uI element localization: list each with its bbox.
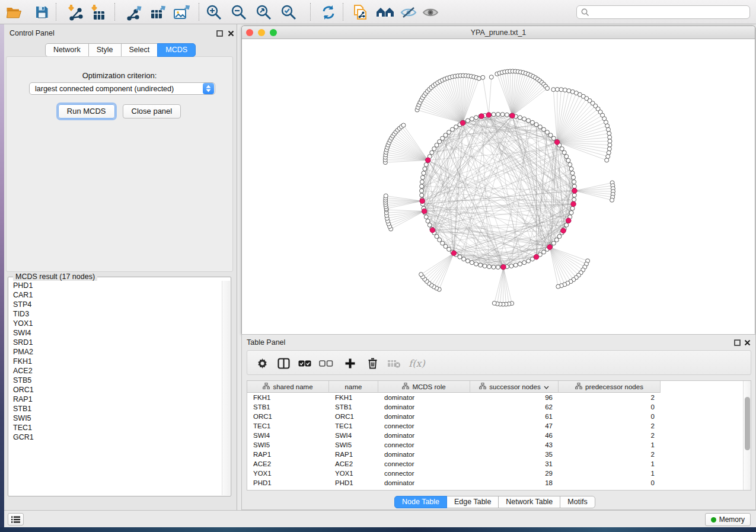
mcds-result-item[interactable]: FKH1 <box>9 357 222 366</box>
mcds-result-item[interactable]: RAP1 <box>9 395 222 404</box>
close-panel-button[interactable]: Close panel <box>123 104 181 118</box>
zoom-out-icon[interactable] <box>229 2 249 22</box>
network-node[interactable] <box>542 250 546 254</box>
network-node[interactable] <box>444 133 448 137</box>
network-node[interactable] <box>420 184 424 188</box>
float-panel-icon[interactable] <box>215 29 224 37</box>
tab-mcds[interactable]: MCDS <box>157 43 196 57</box>
tab-style[interactable]: Style <box>88 43 122 57</box>
cell-name[interactable]: ACE2 <box>329 459 378 469</box>
table-scrollbar-thumb[interactable] <box>745 397 750 450</box>
cell-predecessor-nodes[interactable]: 1 <box>559 469 661 478</box>
column-header-mcds-role[interactable]: MCDS role <box>378 381 470 393</box>
column-header-predecessor-nodes[interactable]: predecessor nodes <box>559 381 661 393</box>
cell-mcds-role[interactable]: dominator <box>378 431 470 440</box>
network-node[interactable] <box>441 241 445 245</box>
cell-successor-nodes[interactable]: 96 <box>470 393 559 402</box>
table-row[interactable]: SWI4SWI4dominator462 <box>247 431 661 440</box>
network-node[interactable] <box>435 143 439 147</box>
network-node[interactable] <box>432 147 436 151</box>
network-leaf-node[interactable] <box>607 150 611 155</box>
network-leaf-node[interactable] <box>481 75 485 79</box>
network-node[interactable] <box>450 127 454 132</box>
cell-name[interactable]: FKH1 <box>329 393 378 402</box>
network-node[interactable] <box>435 235 439 239</box>
cell-name[interactable]: PHD1 <box>329 478 378 488</box>
network-node[interactable] <box>423 167 427 171</box>
network-node[interactable] <box>474 116 479 120</box>
network-node[interactable] <box>534 123 538 127</box>
cell-predecessor-nodes[interactable]: 1 <box>559 459 661 469</box>
network-node[interactable] <box>538 125 542 129</box>
cell-mcds-role[interactable]: dominator <box>378 412 470 421</box>
task-history-button[interactable] <box>8 513 24 525</box>
network-node[interactable] <box>438 238 442 242</box>
cell-name[interactable]: YOX1 <box>329 469 378 478</box>
table-settings-icon[interactable] <box>254 356 270 370</box>
network-node[interactable] <box>572 193 576 197</box>
network-node[interactable] <box>570 206 575 210</box>
network-leaf-node[interactable] <box>492 301 496 305</box>
open-file-icon[interactable] <box>4 2 24 22</box>
mcds-result-item[interactable]: TEC1 <box>9 423 222 432</box>
network-node[interactable] <box>548 133 553 137</box>
network-node[interactable] <box>554 238 559 242</box>
network-node[interactable] <box>562 150 566 155</box>
dominator-node[interactable] <box>501 264 506 270</box>
network-leaf-node[interactable] <box>384 194 388 198</box>
network-node[interactable] <box>551 136 556 140</box>
cell-name[interactable]: RAP1 <box>329 450 378 459</box>
mcds-result-item[interactable]: STB5 <box>9 376 222 385</box>
search-input[interactable] <box>589 7 749 18</box>
mcds-result-item[interactable]: GCR1 <box>9 432 222 442</box>
show-columns-icon[interactable] <box>276 356 291 370</box>
cell-name[interactable]: STB1 <box>329 402 378 412</box>
function-builder-icon[interactable]: f(x) <box>406 356 428 370</box>
network-node[interactable] <box>505 113 509 117</box>
dominator-node[interactable] <box>420 198 425 204</box>
network-node[interactable] <box>470 261 474 265</box>
network-node[interactable] <box>572 175 576 180</box>
window-zoom-button[interactable] <box>270 29 277 36</box>
network-node[interactable] <box>496 113 500 117</box>
mcds-result-item[interactable]: SWI4 <box>9 328 222 338</box>
cell-mcds-role[interactable]: dominator <box>378 393 470 402</box>
cell-shared-name[interactable]: ACE2 <box>247 459 329 469</box>
network-node[interactable] <box>569 210 573 214</box>
dominator-node[interactable] <box>430 227 435 233</box>
network-leaf-node[interactable] <box>419 273 423 277</box>
copy-network-icon[interactable] <box>350 2 371 22</box>
network-node[interactable] <box>530 120 534 124</box>
cell-name[interactable]: SWI4 <box>329 431 378 440</box>
table-row[interactable]: FKH1FKH1dominator962 <box>247 393 661 402</box>
network-node[interactable] <box>564 155 569 159</box>
network-leaf-node[interactable] <box>559 88 563 92</box>
cell-name[interactable]: SWI5 <box>329 440 378 450</box>
cell-shared-name[interactable]: PHD1 <box>247 478 329 488</box>
network-leaf-node[interactable] <box>563 88 567 92</box>
network-leaf-node[interactable] <box>608 139 612 143</box>
tab-node-table[interactable]: Node Table <box>394 496 447 508</box>
tab-network-table[interactable]: Network Table <box>498 496 560 508</box>
cell-mcds-role[interactable]: dominator <box>378 450 470 459</box>
cell-predecessor-nodes[interactable]: 0 <box>559 402 661 412</box>
export-table-icon[interactable] <box>148 2 168 22</box>
network-leaf-node[interactable] <box>546 86 550 91</box>
mcds-result-item[interactable]: SRD1 <box>9 338 222 347</box>
mcds-result-item[interactable]: SWI5 <box>9 414 222 423</box>
import-table-icon[interactable] <box>88 2 109 22</box>
dominator-node[interactable] <box>571 201 576 207</box>
tab-edge-table[interactable]: Edge Table <box>446 496 499 508</box>
dominator-node[interactable] <box>510 113 515 118</box>
table-row[interactable]: ACE2ACE2connector311 <box>247 459 661 469</box>
dominator-node[interactable] <box>566 218 571 223</box>
mcds-result-item[interactable]: PMA2 <box>9 347 222 357</box>
network-node[interactable] <box>424 215 428 219</box>
cell-shared-name[interactable]: ORC1 <box>247 412 329 421</box>
table-row[interactable]: TEC1TEC1connector472 <box>247 421 661 431</box>
show-eye-icon[interactable] <box>420 2 441 22</box>
dominator-node[interactable] <box>425 158 430 163</box>
select-all-icon[interactable] <box>297 356 312 370</box>
column-header-name[interactable]: name <box>329 381 378 393</box>
delete-columns-icon[interactable] <box>365 356 380 370</box>
